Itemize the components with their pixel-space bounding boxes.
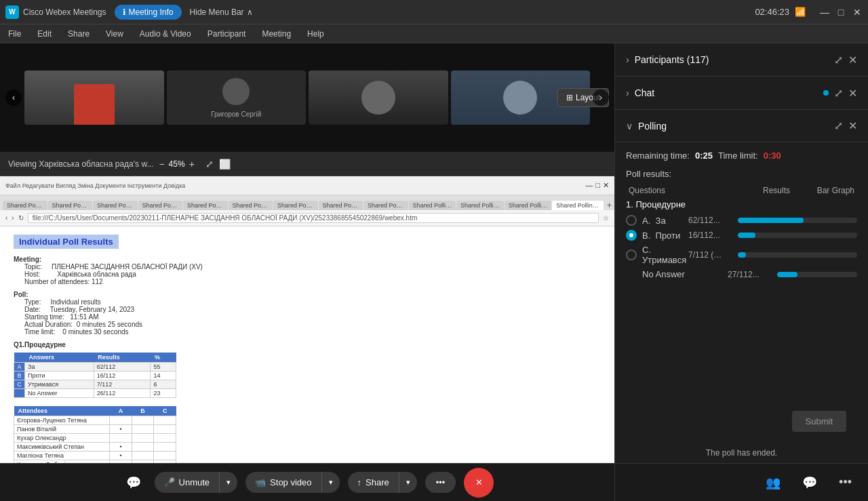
option-c-radio[interactable] <box>626 249 637 260</box>
layout-icon: ⊞ <box>566 93 573 102</box>
stop-video-button[interactable]: 📹 Stop video <box>245 472 321 493</box>
close-button[interactable]: ✕ <box>852 7 863 18</box>
tab-12[interactable]: Shared Polling 12 <box>505 201 552 210</box>
col-questions-header: Questions <box>629 186 753 195</box>
polling-content: Remaining time: 0:25 Time limit: 0:30 Po… <box>615 142 868 400</box>
poll-option-b: B. Проти 16/112... <box>626 230 857 241</box>
participants-popout-button[interactable]: ⤢ <box>834 54 843 66</box>
tab-2[interactable]: Shared Polling 2 <box>48 201 93 210</box>
shared-content: Файл Редагувати Вигляд Зміна Документи І… <box>0 176 614 463</box>
option-b-result: 16/112... <box>688 231 732 240</box>
next-arrow[interactable]: › <box>593 89 609 106</box>
tab-10[interactable]: Shared Polling 10 <box>409 201 456 210</box>
shared-window: Файл Редагувати Вигляд Зміна Документи І… <box>0 176 614 463</box>
remaining-time: 0:25 <box>695 151 713 161</box>
option-a-radio[interactable] <box>626 215 637 226</box>
panel-bottom-icons: 👥 💬 ••• <box>615 463 868 501</box>
share-arrow[interactable]: ▾ <box>399 473 417 492</box>
tab-13[interactable]: Shared Polling 13 × <box>552 201 604 210</box>
tab-4[interactable]: Shared Polling 4 <box>138 201 183 210</box>
unmute-button[interactable]: 🎤 Unmute <box>155 472 220 493</box>
mic-off-icon: 🎤 <box>164 477 175 487</box>
tab-9[interactable]: Shared Polling 9 <box>363 201 408 210</box>
menu-audio-video[interactable]: Audio & Video <box>137 28 194 40</box>
tab-11[interactable]: Shared Polling 11 <box>456 201 504 210</box>
tab-8[interactable]: Shared Polling 8 <box>319 201 363 210</box>
hide-menu-button[interactable]: Hide Menu Bar ∧ <box>190 7 253 17</box>
poll-results-label: Poll results: <box>626 169 857 179</box>
option-b-radio[interactable] <box>626 230 637 241</box>
participants-title: Participants (117) <box>635 54 829 65</box>
option-b-bar-container <box>738 233 857 238</box>
tab-bar: Shared Polling 1 Shared Polling 2 Shared… <box>0 195 614 210</box>
video-icon: 📹 <box>255 477 266 487</box>
stop-video-arrow[interactable]: ▾ <box>322 473 340 492</box>
poll-answers-section: Q1.Процедурне Answers Results % A За62/1… <box>14 341 601 398</box>
menu-help[interactable]: Help <box>304 28 327 40</box>
tab-3[interactable]: Shared Polling 3 <box>93 201 138 210</box>
chat-toggle-button[interactable]: 💬 <box>121 470 146 496</box>
time-limit: 0:30 <box>764 151 781 161</box>
video-thumbnails: Григоров Сергій <box>24 71 590 125</box>
chat-panel-button[interactable]: 💬 <box>797 470 823 496</box>
tab-6[interactable]: Shared Polling 6 <box>229 201 273 210</box>
signal-icon: 📶 <box>795 7 806 17</box>
polling-title: Polling <box>638 121 829 132</box>
app-name: Cisco Webex Meetings <box>23 7 106 17</box>
shared-titlebar: Файл Редагувати Вигляд Зміна Документи І… <box>0 176 614 195</box>
tab-1[interactable]: Shared Polling 1 <box>3 201 47 210</box>
menu-file[interactable]: File <box>5 28 24 40</box>
more-options-button[interactable]: ••• <box>425 472 456 493</box>
window-controls: — □ ✕ <box>819 7 863 18</box>
polling-close-button[interactable]: ✕ <box>848 119 857 132</box>
option-a-bar <box>738 218 804 223</box>
chat-close-button[interactable]: ✕ <box>848 87 857 100</box>
menu-participant[interactable]: Participant <box>205 28 249 40</box>
meeting-info-section: Meeting: Topic: ПЛЕНАРНЕ ЗАСІДАННЯ ОБЛАС… <box>14 256 601 285</box>
poll-results-table: Answers Results % A За62/11255 B Проти16… <box>14 353 176 398</box>
chat-title: Chat <box>635 87 818 98</box>
participants-header[interactable]: › Participants (117) ⤢ ✕ <box>615 43 868 76</box>
option-c-label: C. Утримався <box>642 245 683 265</box>
menu-meeting[interactable]: Meeting <box>259 28 294 40</box>
webex-icon: W <box>5 5 19 19</box>
video-thumb-1 <box>24 71 164 125</box>
participants-close-button[interactable]: ✕ <box>848 54 857 66</box>
fit-button[interactable]: ⤢ <box>205 159 214 169</box>
time-display: 02:46:23 📶 <box>755 7 806 17</box>
chat-section: › Chat ⤢ ✕ <box>615 77 868 110</box>
menu-view[interactable]: View <box>103 28 126 40</box>
tab-5[interactable]: Shared Polling 5 <box>183 201 228 210</box>
back-btn[interactable]: ‹ <box>5 214 7 222</box>
chevron-up-icon: ∧ <box>247 7 253 17</box>
prev-arrow[interactable]: ‹ <box>5 89 22 106</box>
url-bar[interactable]: file:///C:/Users/User/Documents/20230211… <box>28 213 599 223</box>
add-tab-button[interactable]: + <box>607 201 612 210</box>
unmute-arrow[interactable]: ▾ <box>220 473 237 492</box>
refresh-btn[interactable]: ↻ <box>18 214 24 222</box>
title-bar: W Cisco Webex Meetings ℹ Meeting Info Hi… <box>0 0 868 24</box>
polling-popout-button[interactable]: ⤢ <box>834 119 843 132</box>
meeting-info-button[interactable]: ℹ Meeting Info <box>115 5 182 20</box>
expand-button[interactable]: ⬜ <box>219 159 231 169</box>
share-group: ↑ Share ▾ <box>348 472 417 493</box>
menu-share[interactable]: Share <box>65 28 92 40</box>
menu-edit[interactable]: Edit <box>35 28 54 40</box>
more-panel-button[interactable]: ••• <box>833 470 857 495</box>
submit-button[interactable]: Submit <box>792 411 846 432</box>
chat-popout-button[interactable]: ⤢ <box>834 87 843 100</box>
share-button[interactable]: ↑ Share <box>348 472 399 493</box>
share-icon: ↑ <box>357 477 362 487</box>
bookmark-btn[interactable]: ☆ <box>603 214 609 222</box>
zoom-in-button[interactable]: + <box>189 159 195 169</box>
end-call-button[interactable]: ✕ <box>464 468 494 498</box>
forward-btn[interactable]: › <box>12 214 14 222</box>
tab-7[interactable]: Shared Polling 7 <box>273 201 318 210</box>
chat-header[interactable]: › Chat ⤢ ✕ <box>615 77 868 109</box>
participants-panel-button[interactable]: 👥 <box>760 470 786 496</box>
poll-option-a: A. За 62/112... <box>626 215 857 226</box>
zoom-out-button[interactable]: − <box>159 159 164 169</box>
col-bargraph-header: Bar Graph <box>800 186 854 195</box>
minimize-button[interactable]: — <box>819 7 830 18</box>
maximize-button[interactable]: □ <box>835 7 846 18</box>
